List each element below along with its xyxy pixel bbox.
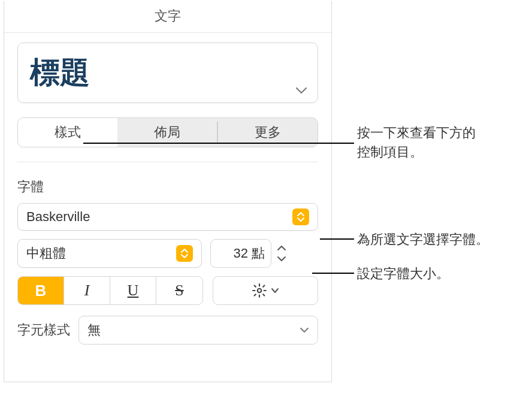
font-family-dropdown[interactable]: Baskerville	[17, 203, 318, 231]
callout-tabs: 按一下來查看下方的 控制項目。	[357, 123, 476, 162]
font-section-label: 字體	[17, 178, 318, 196]
paragraph-style-dropdown[interactable]: 標題	[17, 43, 318, 103]
italic-button[interactable]: I	[64, 277, 110, 304]
updown-icon	[176, 245, 193, 262]
font-size-field[interactable]: 32 點	[210, 239, 271, 268]
svg-point-0	[258, 289, 262, 293]
text-inspector-panel: 文字 標題 樣式 佈局 更多 字體 Baskerville 中粗體	[4, 1, 332, 382]
underline-button[interactable]: U	[110, 277, 156, 304]
font-weight-dropdown[interactable]: 中粗體	[17, 239, 202, 268]
callout-leader	[312, 273, 354, 274]
character-style-dropdown[interactable]: 無	[78, 316, 318, 344]
callout-font-size: 設定字體大小。	[357, 264, 449, 283]
panel-title: 文字	[4, 1, 331, 33]
strikethrough-button[interactable]: S	[156, 277, 202, 304]
character-style-value: 無	[87, 321, 101, 339]
character-style-label: 字元樣式	[17, 321, 70, 339]
panel-body: 標題 樣式 佈局 更多 字體 Baskerville 中粗體	[4, 33, 331, 344]
advanced-options-button[interactable]	[213, 276, 318, 305]
chevron-down-icon	[300, 327, 309, 334]
callout-leader	[320, 238, 354, 240]
font-family-value: Baskerville	[26, 209, 90, 225]
text-style-group: B I U S	[17, 276, 203, 305]
chevron-down-icon	[271, 288, 279, 294]
paragraph-style-name: 標題	[30, 53, 306, 93]
font-weight-value: 中粗體	[26, 244, 66, 262]
gear-icon	[252, 283, 267, 298]
font-size-stepper	[271, 239, 288, 268]
bold-button[interactable]: B	[18, 277, 64, 304]
callout-leader	[83, 143, 354, 144]
stepper-down-button[interactable]	[275, 253, 288, 264]
callout-font-family: 為所選文字選擇字體。	[357, 230, 489, 249]
divider	[17, 162, 318, 162]
updown-icon	[292, 208, 309, 225]
stepper-up-button[interactable]	[275, 243, 288, 253]
chevron-down-icon	[296, 87, 307, 94]
